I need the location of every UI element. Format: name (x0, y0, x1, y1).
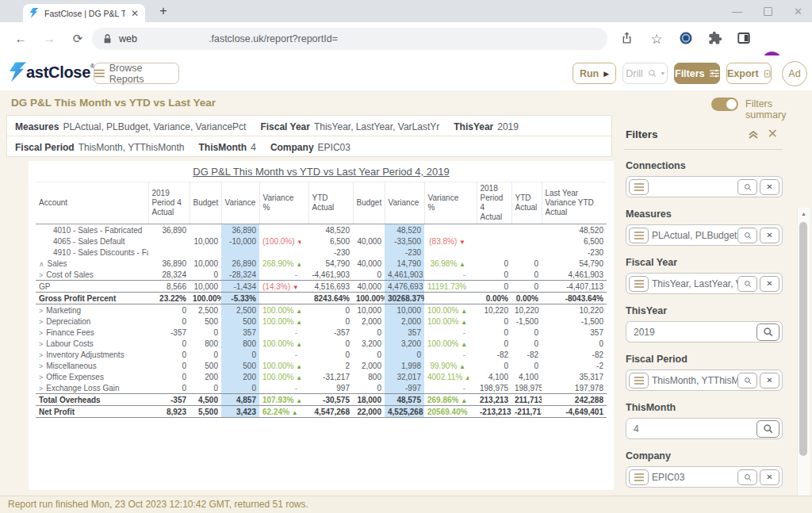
filter-value[interactable]: EPIC03 (652, 472, 737, 483)
table-row[interactable]: >Inventory Adjustments000-000--82-82-82 (36, 349, 607, 360)
expand-row-icon[interactable]: > (39, 373, 43, 381)
collapse-all-icon[interactable] (748, 128, 759, 140)
search-icon[interactable] (737, 228, 757, 243)
fiscal-period-input[interactable]: ThisMonth, YTThisMonth✕ (626, 369, 783, 391)
account-cell[interactable]: >Cost of Sales (36, 269, 148, 281)
expand-row-icon[interactable]: > (39, 340, 43, 348)
forward-icon[interactable]: → (41, 32, 57, 45)
account-cell[interactable]: >Inventory Adjustments (36, 349, 148, 360)
account-cell[interactable]: 4065 - Sales Default (36, 235, 148, 247)
share-icon[interactable] (620, 31, 636, 47)
table-row[interactable]: >Depreciation0500500100.00% ▲02,0002,000… (36, 316, 607, 327)
column-header[interactable]: Budget (353, 182, 385, 224)
search-icon[interactable] (737, 469, 757, 485)
new-tab-button[interactable]: + (155, 3, 171, 19)
collapse-row-icon[interactable]: ∧ (39, 260, 44, 268)
window-minimize-button[interactable]: — (732, 6, 742, 17)
filter-value[interactable]: PLActual, PLBudget, Variance, VariancePc… (652, 230, 737, 241)
table-row[interactable]: GP8,56610,000-1,434(14.3%) ▼4,516,69340,… (36, 281, 607, 293)
table-row[interactable]: >Labour Costs0800800100.00% ▲03,2003,200… (36, 338, 607, 349)
column-header[interactable]: YTD Actual (308, 182, 353, 224)
onepassword-extension-icon[interactable] (679, 31, 695, 47)
bookmark-star-icon[interactable]: ☆ (649, 31, 665, 47)
search-icon[interactable] (756, 323, 779, 341)
column-header[interactable]: YTD Actual (511, 182, 542, 224)
tab-close-icon[interactable]: ✕ (131, 9, 139, 18)
clear-icon[interactable]: ✕ (760, 179, 779, 195)
filter-menu-icon[interactable] (629, 276, 649, 292)
filter-menu-icon[interactable] (629, 228, 649, 243)
search-icon[interactable] (737, 276, 757, 292)
company-input[interactable]: EPIC03✕ (626, 466, 783, 488)
filters-summary-toggle[interactable] (711, 98, 738, 111)
search-icon[interactable] (737, 179, 757, 195)
table-row[interactable]: >Cost of Sales28,3240-28,324--4,461,9030… (36, 269, 607, 281)
account-cell[interactable]: >Exchange Loss Gain (36, 382, 148, 394)
extensions-puzzle-icon[interactable] (708, 31, 724, 47)
account-cell[interactable]: 4010 - Sales - Fabricated (36, 224, 148, 236)
account-cell[interactable]: >Miscellaneous (36, 360, 148, 371)
expand-row-icon[interactable]: > (39, 271, 43, 279)
expand-row-icon[interactable]: > (39, 318, 43, 326)
url-bar[interactable]: web .fastclose.uk/report?reportId= (92, 28, 607, 50)
table-row[interactable]: 4065 - Sales Default10,000-10,000(100.0%… (36, 235, 607, 247)
table-row[interactable]: >Finance Fees-3570357--3570357-00357 (36, 327, 607, 338)
reload-icon[interactable]: ⟳ (70, 32, 86, 46)
side-panel-icon[interactable] (737, 31, 753, 47)
clear-icon[interactable]: ✕ (760, 469, 779, 485)
table-row[interactable]: Gross Profit Percent23.22%100.00%-5.33%8… (36, 293, 607, 304)
account-cell[interactable]: ∧Sales (36, 258, 148, 269)
fiscal-year-input[interactable]: ThisYear, LastYear, VarLastYr✕ (626, 273, 783, 294)
expand-row-icon[interactable]: > (39, 307, 43, 315)
filter-value[interactable]: ThisYear, LastYear, VarLastYr (652, 278, 737, 289)
scrollbar-thumb[interactable] (799, 222, 807, 456)
table-row[interactable]: Total Overheads-3574,5004,857107.93% ▲-3… (36, 394, 607, 406)
account-cell[interactable]: >Labour Costs (36, 338, 148, 349)
expand-row-icon[interactable]: > (39, 329, 43, 337)
account-cell[interactable]: GP (36, 281, 148, 293)
table-row[interactable]: >Marketing02,5002,500100.00% ▲010,00010,… (36, 304, 607, 316)
expand-row-icon[interactable]: > (39, 362, 43, 370)
filter-value[interactable]: ThisMonth, YTThisMonth (652, 375, 737, 386)
filters-panel-scrollbar[interactable]: ▲ ▼ (797, 208, 810, 513)
table-row[interactable]: 4010 - Sales - Fabricated36,89036,89048,… (36, 224, 607, 236)
clear-icon[interactable]: ✕ (760, 228, 779, 243)
account-cell[interactable]: >Depreciation (36, 316, 148, 327)
table-row[interactable]: >Office Expenses0200200100.00% ▲-31,2178… (36, 371, 607, 382)
account-cell[interactable]: Gross Profit Percent (36, 293, 148, 304)
column-header[interactable]: Variance (221, 182, 259, 224)
expand-row-icon[interactable]: > (39, 385, 43, 392)
table-row[interactable]: >Miscellaneous0500500100.00% ▲22,0001,99… (36, 360, 607, 371)
browse-reports-button[interactable]: Browse Reports (94, 63, 179, 84)
window-close-button[interactable]: ✕ (794, 6, 802, 17)
column-header[interactable]: Last Year Variance YTD Actual (542, 182, 607, 224)
scrollbar-up-icon[interactable]: ▲ (798, 211, 810, 216)
filter-menu-icon[interactable] (629, 179, 649, 195)
filter-menu-icon[interactable] (629, 373, 649, 389)
thismonth-input[interactable]: 4 (626, 418, 783, 439)
account-badge[interactable]: Ad (782, 61, 807, 86)
measures-input[interactable]: PLActual, PLBudget, Variance, VariancePc… (626, 224, 783, 246)
table-row[interactable]: 4910 - Sales Discounts - Fabricated-230-… (36, 247, 607, 258)
column-header[interactable]: Variance (385, 182, 424, 224)
search-icon[interactable] (756, 420, 779, 438)
table-row[interactable]: >Exchange Loss Gain000-9970-997-198,9751… (36, 382, 607, 394)
filter-value[interactable]: 2019 (629, 327, 756, 338)
column-header[interactable]: Variance % (424, 182, 469, 224)
clear-icon[interactable]: ✕ (760, 373, 779, 389)
expand-row-icon[interactable]: > (39, 351, 43, 359)
account-cell[interactable]: Net Profit (36, 406, 148, 418)
account-cell[interactable]: >Office Expenses (36, 371, 148, 382)
clear-icon[interactable]: ✕ (760, 276, 779, 292)
filters-panel-close-icon[interactable]: ✕ (768, 126, 778, 141)
browser-tab[interactable]: FastClose | DG P&L This Mon ✕ (23, 4, 145, 22)
account-cell[interactable]: >Marketing (36, 304, 148, 316)
thisyear-input[interactable]: 2019 (626, 321, 783, 343)
run-button[interactable]: Run▶ (573, 63, 616, 84)
table-row[interactable]: Net Profit8,9235,5003,42362.24% ▲4,547,2… (36, 406, 607, 418)
back-icon[interactable]: ← (13, 32, 29, 45)
column-header[interactable]: 2018 Period 4 Actual (477, 182, 511, 224)
filter-menu-icon[interactable] (629, 469, 649, 485)
search-icon[interactable] (737, 373, 757, 389)
drill-button[interactable]: Drill ▾ (622, 63, 668, 84)
